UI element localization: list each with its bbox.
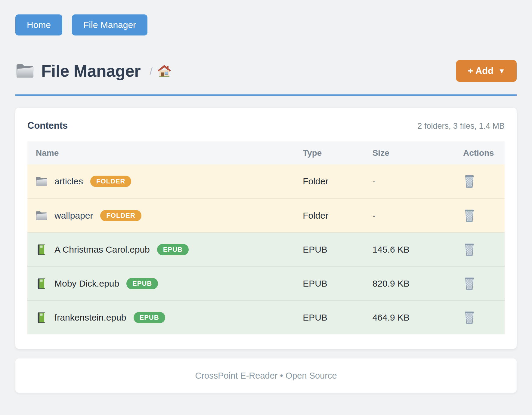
file-size: 145.6 KB [373, 232, 463, 266]
delete-button[interactable] [463, 209, 476, 223]
file-name-link[interactable]: wallpaper [54, 211, 93, 221]
file-type-badge: FOLDER [90, 176, 131, 187]
contents-header: Contents 2 folders, 3 files, 1.4 MB [27, 120, 505, 131]
table-row[interactable]: wallpaper FOLDER Folder - [27, 198, 505, 232]
file-size: 820.9 KB [373, 266, 463, 300]
footer-text: CrossPoint E-Reader • Open Source [195, 371, 337, 381]
footer: CrossPoint E-Reader • Open Source [15, 358, 517, 393]
table-row[interactable]: A Christmas Carol.epub EPUB EPUB 145.6 K… [27, 232, 505, 266]
folder-icon [35, 210, 48, 221]
file-type-badge: EPUB [126, 278, 158, 289]
file-size: - [373, 198, 463, 232]
book-icon [35, 278, 48, 289]
file-type: Folder [303, 164, 373, 198]
column-header-actions: Actions [463, 141, 505, 164]
page-header: File Manager / + Add ▼ [15, 60, 517, 96]
file-name-link[interactable]: Moby Dick.epub [54, 278, 119, 289]
column-header-size: Size [373, 141, 463, 164]
page-title: File Manager [41, 61, 141, 81]
delete-button[interactable] [463, 311, 476, 324]
nav-home-button[interactable]: Home [15, 14, 62, 35]
file-name-link[interactable]: frankenstein.epub [54, 312, 126, 323]
top-nav: Home File Manager [15, 14, 517, 35]
contents-heading: Contents [27, 120, 68, 131]
delete-button[interactable] [463, 174, 476, 188]
file-type-badge: EPUB [157, 244, 189, 255]
file-type-badge: EPUB [134, 312, 165, 323]
file-type: EPUB [303, 300, 373, 334]
caret-down-icon: ▼ [498, 67, 505, 75]
file-type-badge: FOLDER [100, 210, 141, 221]
delete-button[interactable] [463, 243, 476, 257]
table-header-row: Name Type Size Actions [27, 141, 505, 164]
contents-summary: 2 folders, 3 files, 1.4 MB [417, 121, 505, 131]
file-size: - [373, 164, 463, 198]
breadcrumb: / [150, 65, 171, 77]
file-size: 464.9 KB [373, 300, 463, 334]
home-icon[interactable] [157, 65, 171, 77]
book-icon [35, 244, 48, 255]
file-table: Name Type Size Actions [27, 141, 505, 334]
column-header-type: Type [303, 141, 373, 164]
title-group: File Manager / [15, 61, 171, 81]
nav-file-manager-button[interactable]: File Manager [72, 14, 147, 35]
file-type: Folder [303, 198, 373, 232]
delete-button[interactable] [463, 277, 476, 290]
table-row[interactable]: frankenstein.epub EPUB EPUB 464.9 KB [27, 300, 505, 334]
file-name-link[interactable]: A Christmas Carol.epub [54, 244, 150, 255]
table-row[interactable]: articles FOLDER Folder - [27, 164, 505, 198]
breadcrumb-separator: / [150, 65, 152, 77]
column-header-name: Name [27, 141, 303, 164]
table-row[interactable]: Moby Dick.epub EPUB EPUB 820.9 KB [27, 266, 505, 300]
file-name-link[interactable]: articles [54, 176, 83, 186]
add-button[interactable]: + Add ▼ [456, 60, 517, 82]
add-button-label: + Add [468, 66, 493, 76]
folder-icon [35, 176, 48, 187]
file-table-body: articles FOLDER Folder - [27, 164, 505, 334]
file-type: EPUB [303, 232, 373, 266]
folder-icon [15, 63, 35, 79]
book-icon [35, 312, 48, 323]
page: Home File Manager File Manager / [0, 0, 532, 393]
file-type: EPUB [303, 266, 373, 300]
contents-card: Contents 2 folders, 3 files, 1.4 MB Name… [15, 108, 517, 349]
